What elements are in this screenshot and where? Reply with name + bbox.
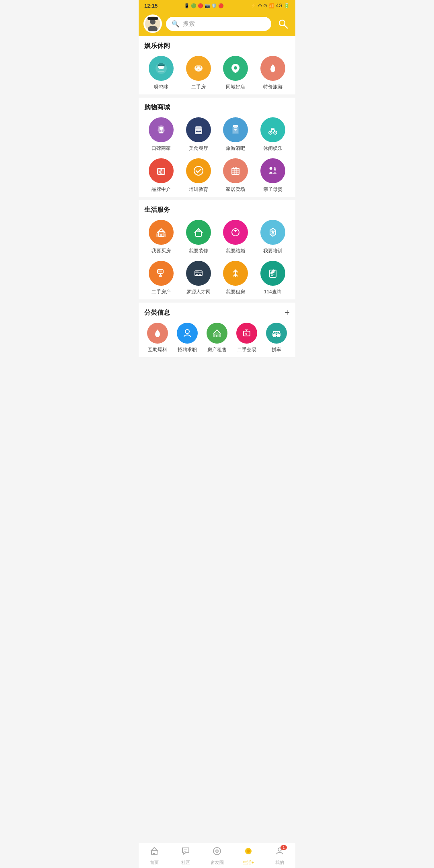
- label-peixun2: 我要培训: [263, 248, 283, 254]
- list-item[interactable]: 呀鸣咪: [143, 56, 180, 90]
- label-yamingmi: 呀鸣咪: [154, 84, 168, 90]
- svg-point-13: [158, 65, 165, 66]
- shopping-header: 购物商城: [143, 103, 291, 112]
- svg-rect-40: [233, 167, 234, 169]
- icon-pinche: [266, 323, 287, 344]
- icon-zhaopin: [177, 323, 198, 344]
- icon-huzhu: [147, 323, 168, 344]
- svg-text:$: $: [245, 332, 247, 336]
- icon-tongchenghao: [223, 56, 248, 81]
- svg-point-17: [234, 66, 237, 70]
- label-114: 114查询: [264, 289, 282, 295]
- icon-qinzi: [260, 158, 285, 183]
- list-item[interactable]: 家居卖场: [217, 158, 254, 193]
- label-huzhu: 互助爆料: [148, 346, 167, 353]
- svg-rect-60: [199, 274, 201, 276]
- svg-rect-47: [156, 233, 158, 237]
- label-tejia: 特价旅游: [263, 84, 283, 90]
- avatar[interactable]: [143, 14, 162, 33]
- status-right-icons: ⚡ ⊙ ⊙ 📶 4G 🔋: [250, 3, 290, 8]
- svg-point-22: [196, 131, 198, 132]
- list-item[interactable]: 休闲娱乐: [254, 117, 292, 152]
- list-item[interactable]: ¥ 品牌中介: [143, 158, 180, 193]
- list-item[interactable]: 旅游酒吧: [217, 117, 254, 152]
- svg-rect-70: [219, 334, 221, 337]
- icon-ershoujiaoy: $: [236, 323, 257, 344]
- search-button[interactable]: [275, 16, 291, 31]
- icon-fangchan: [207, 323, 227, 344]
- list-item[interactable]: 互助爆料: [143, 323, 172, 353]
- list-item[interactable]: $ 二手交易: [232, 323, 262, 353]
- list-item[interactable]: 同城好店: [217, 56, 254, 90]
- icon-lvyou: [223, 117, 248, 142]
- svg-rect-10: [158, 71, 164, 72]
- label-jiaju: 家居卖场: [226, 186, 245, 193]
- icon-peixun2: [260, 220, 285, 245]
- status-app-icons: 📱 🟢 🔴 📷 🛡️ 🔴: [184, 3, 224, 8]
- life-header: 生活服务: [143, 206, 291, 214]
- svg-rect-59: [196, 274, 198, 276]
- icon-zhuangxiu: %: [186, 220, 211, 245]
- label-pinche: 拼车: [272, 346, 281, 353]
- svg-line-5: [284, 25, 287, 28]
- label-koupeishangja: 口碑商家: [151, 145, 171, 152]
- list-item[interactable]: 114查询: [254, 261, 292, 295]
- svg-rect-41: [235, 167, 237, 169]
- search-placeholder: 搜索: [183, 20, 195, 28]
- list-item[interactable]: 拼车: [262, 323, 291, 353]
- svg-point-33: [194, 166, 203, 175]
- icon-koupeishangja: [149, 117, 174, 142]
- list-item[interactable]: 美食餐厅: [180, 117, 217, 152]
- icon-luoyuan: [186, 261, 211, 286]
- icon-xiuxian: [260, 117, 285, 142]
- list-item[interactable]: 招聘求职: [172, 323, 202, 353]
- classified-header: 分类信息 +: [143, 308, 291, 317]
- icon-zufang: [223, 261, 248, 286]
- label-xiuxian: 休闲娱乐: [263, 145, 283, 152]
- list-item[interactable]: 我要培训: [254, 220, 292, 254]
- status-bar: 12:15 📱 🟢 🔴 📷 🛡️ 🔴 ⚡ ⊙ ⊙ 📶 4G 🔋: [139, 0, 295, 11]
- icon-peixun: [186, 158, 211, 183]
- label-ershoufang: 二手房: [191, 84, 206, 90]
- list-item[interactable]: 房产租售: [202, 323, 232, 353]
- icon-yamingmi: [149, 56, 174, 81]
- list-item[interactable]: 二手房: [180, 56, 217, 90]
- label-maifang: 我要买房: [151, 248, 171, 254]
- label-jiehun: 我要结婚: [226, 248, 245, 254]
- list-item[interactable]: 口碑商家: [143, 117, 180, 152]
- list-item[interactable]: % 我要装修: [180, 220, 217, 254]
- entertainment-header: 娱乐休闲: [143, 42, 291, 50]
- list-item[interactable]: 特价旅游: [254, 56, 292, 90]
- shopping-grid-row2: ¥ 品牌中介 培训教育: [143, 158, 291, 193]
- svg-rect-69: [213, 334, 215, 337]
- list-item[interactable]: 我要结婚: [217, 220, 254, 254]
- life-grid-row2: 二手房产 罗源人才网: [143, 261, 291, 295]
- svg-rect-68: [216, 335, 217, 337]
- icon-jiehun: [223, 220, 248, 245]
- shopping-grid-row1: 口碑商家 美食餐厅: [143, 117, 291, 152]
- list-item[interactable]: 我要租房: [217, 261, 254, 295]
- search-icon-small: 🔍: [172, 20, 180, 28]
- svg-rect-48: [164, 233, 166, 237]
- label-peixun: 培训教育: [189, 186, 208, 193]
- icon-jiaju: [223, 158, 248, 183]
- icon-meishi: [186, 117, 211, 142]
- svg-rect-9: [159, 68, 164, 69]
- label-pinpai: 品牌中介: [151, 186, 171, 193]
- list-item[interactable]: 亲子母婴: [254, 158, 292, 193]
- list-item[interactable]: 罗源人才网: [180, 261, 217, 295]
- search-bar[interactable]: 🔍 搜索: [166, 17, 271, 31]
- label-ershoufangchan: 二手房产: [151, 289, 171, 295]
- icon-114: [260, 261, 285, 286]
- list-item[interactable]: 培训教育: [180, 158, 217, 193]
- list-item[interactable]: 二手房产: [143, 261, 180, 295]
- header: 🔍 搜索: [139, 11, 295, 36]
- icon-maifang: [149, 220, 174, 245]
- add-button[interactable]: +: [285, 308, 290, 317]
- icon-tejia: [260, 56, 285, 81]
- status-time: 12:15: [144, 3, 158, 9]
- label-qinzi: 亲子母婴: [263, 186, 283, 193]
- list-item[interactable]: 我要买房: [143, 220, 180, 254]
- label-fangchan: 房产租售: [207, 346, 227, 353]
- label-luoyuan: 罗源人才网: [186, 289, 211, 295]
